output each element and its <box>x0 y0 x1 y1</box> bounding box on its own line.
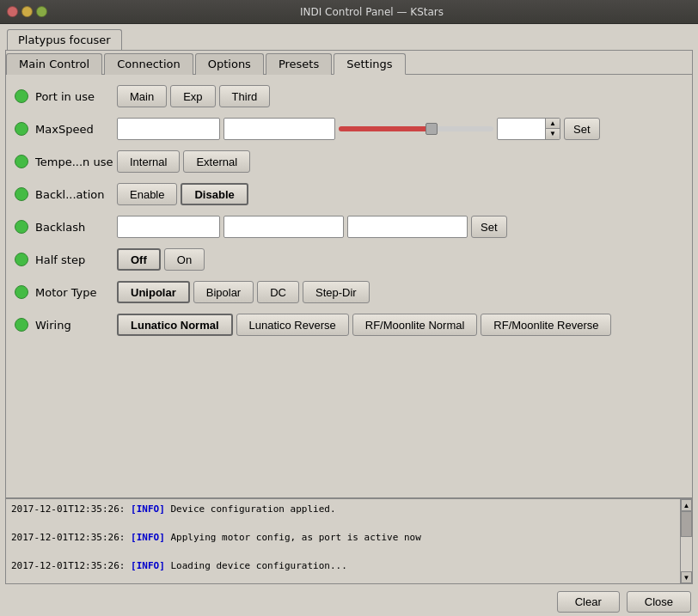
inner-tab-bar: Main Control Connection Options Presets … <box>6 51 692 75</box>
tab-main-control[interactable]: Main Control <box>6 53 102 75</box>
motor-type-row: Motor Type Unipolar Bipolar DC Step-Dir <box>15 279 683 305</box>
motor-type-label: Motor Type <box>35 286 117 299</box>
temperature-label: Tempe...n use <box>35 156 117 168</box>
backlash-value2-input[interactable]: 0 <box>347 216 468 238</box>
temperature-row: Tempe...n use Internal External <box>15 149 683 174</box>
motor-stepdir-button[interactable]: Step-Dir <box>303 281 370 303</box>
wiring-rf-normal-button[interactable]: RF/Moonlite Normal <box>352 314 478 336</box>
device-tabs: Platypus focuser <box>0 24 698 50</box>
log-entry-3: 2017-12-01T12:35:26: [INFO] Loading devi… <box>11 559 675 574</box>
log-scroll-track <box>681 511 692 571</box>
log-scroll-up-button[interactable]: ▲ <box>681 499 692 511</box>
maxspeed-indicator <box>15 122 28 136</box>
backlash-input-label: Value <box>117 216 220 238</box>
main-window: Platypus focuser Main Control Connection… <box>0 24 698 616</box>
content-area: Main Control Connection Options Presets … <box>5 50 693 498</box>
tab-connection[interactable]: Connection <box>104 53 193 75</box>
backlash-row: Backlash Value 0 0 Set <box>15 214 683 240</box>
maxspeed-slider-thumb[interactable] <box>426 123 438 135</box>
backlash-mode-indicator <box>15 187 28 201</box>
maxspeed-spin-down[interactable]: ▼ <box>546 129 560 139</box>
log-area: 2017-12-01T12:35:26: [INFO] Device confi… <box>5 498 693 584</box>
wiring-label: Wiring <box>35 319 117 332</box>
log-entry-1: 2017-12-01T12:35:26: [INFO] Device confi… <box>11 503 675 517</box>
log-entry-2: 2017-12-01T12:35:26: [INFO] Applying mot… <box>11 531 675 546</box>
maxspeed-row: MaxSpeed Value 9800 9800.00 ▲ ▼ <box>15 116 683 142</box>
window-controls <box>7 6 47 17</box>
half-step-label: Half step <box>35 253 117 266</box>
tab-settings[interactable]: Settings <box>334 53 405 75</box>
minimize-button[interactable] <box>21 6 33 17</box>
wiring-rf-reverse-button[interactable]: RF/Moonlite Reverse <box>481 314 611 336</box>
backlash-value1-input[interactable]: 0 <box>223 216 344 238</box>
maxspeed-set-button[interactable]: Set <box>564 118 600 140</box>
settings-panel: Port in use Main Exp Third MaxSpeed Valu… <box>6 75 692 497</box>
motor-type-indicator <box>15 285 28 299</box>
maximize-button[interactable] <box>36 6 47 17</box>
maxspeed-spinbox-value[interactable]: 9800.00 <box>498 119 545 139</box>
port-third-button[interactable]: Third <box>219 85 271 107</box>
half-step-row: Half step Off On <box>15 247 683 272</box>
wiring-lunatico-normal-button[interactable]: Lunatico Normal <box>117 314 233 336</box>
wiring-row: Wiring Lunatico Normal Lunatico Reverse … <box>15 312 683 338</box>
temp-internal-button[interactable]: Internal <box>117 150 180 173</box>
close-window-button[interactable] <box>7 6 18 17</box>
motor-dc-button[interactable]: DC <box>257 281 299 303</box>
titlebar: INDI Control Panel — KStars <box>0 0 698 24</box>
backlash-disable-button[interactable]: Disable <box>181 183 248 205</box>
clear-button[interactable]: Clear <box>557 591 620 613</box>
port-main-button[interactable]: Main <box>117 85 167 107</box>
port-in-use-row: Port in use Main Exp Third <box>15 83 683 109</box>
tab-options[interactable]: Options <box>195 53 264 75</box>
wiring-indicator <box>15 318 28 332</box>
temperature-controls: Internal External <box>117 150 683 173</box>
wiring-controls: Lunatico Normal Lunatico Reverse RF/Moon… <box>117 314 683 336</box>
maxspeed-slider-track[interactable] <box>339 126 493 131</box>
device-tab-platypus[interactable]: Platypus focuser <box>7 29 122 50</box>
bottom-bar: Clear Close <box>0 588 698 616</box>
motor-unipolar-button[interactable]: Unipolar <box>117 281 190 303</box>
window-title: INDI Control Panel — KStars <box>52 6 691 18</box>
half-step-off-button[interactable]: Off <box>117 248 161 271</box>
backlash-indicator <box>15 220 28 234</box>
maxspeed-spinbox: 9800.00 ▲ ▼ <box>497 118 560 140</box>
maxspeed-spin-up[interactable]: ▲ <box>546 119 560 129</box>
half-step-indicator <box>15 253 28 266</box>
backlash-controls: Value 0 0 Set <box>117 216 683 238</box>
maxspeed-label: MaxSpeed <box>35 123 117 136</box>
maxspeed-slider-container <box>339 126 493 131</box>
maxspeed-controls: Value 9800 9800.00 ▲ ▼ Set <box>117 118 683 140</box>
log-scroll-down-button[interactable]: ▼ <box>681 571 692 583</box>
port-label: Port in use <box>35 90 117 103</box>
port-controls: Main Exp Third <box>117 85 683 107</box>
backlash-mode-controls: Enable Disable <box>117 183 683 205</box>
close-button[interactable]: Close <box>627 591 691 613</box>
log-text: 2017-12-01T12:35:26: [INFO] Device confi… <box>6 499 680 583</box>
temperature-indicator <box>15 155 28 168</box>
backlash-set-button[interactable]: Set <box>471 216 507 238</box>
maxspeed-value-label: Value <box>117 118 220 140</box>
log-scroll-thumb[interactable] <box>681 511 692 537</box>
backlash-mode-label: Backl...ation <box>35 188 117 201</box>
tab-presets[interactable]: Presets <box>266 53 332 75</box>
half-step-controls: Off On <box>117 248 683 271</box>
maxspeed-value-input[interactable]: 9800 <box>223 118 335 140</box>
motor-type-controls: Unipolar Bipolar DC Step-Dir <box>117 281 683 303</box>
half-step-on-button[interactable]: On <box>164 248 205 271</box>
temp-external-button[interactable]: External <box>183 150 250 173</box>
port-exp-button[interactable]: Exp <box>170 85 215 107</box>
log-scrollbar: ▲ ▼ <box>680 499 692 583</box>
backlash-label: Backlash <box>35 221 117 234</box>
backlash-mode-row: Backl...ation Enable Disable <box>15 181 683 207</box>
port-indicator <box>15 89 28 103</box>
motor-bipolar-button[interactable]: Bipolar <box>193 281 254 303</box>
backlash-enable-button[interactable]: Enable <box>117 183 177 205</box>
wiring-lunatico-reverse-button[interactable]: Lunatico Reverse <box>236 314 349 336</box>
